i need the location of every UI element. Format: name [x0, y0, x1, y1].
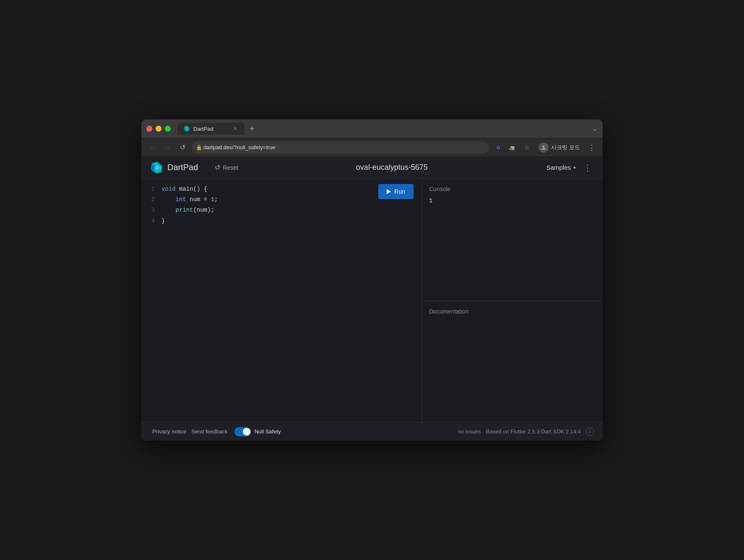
line-number-1: 1 [148, 184, 155, 194]
privacy-notice-link[interactable]: Privacy notice [150, 427, 189, 436]
code-line-2: 2 int num = 1; [148, 194, 415, 205]
dartpad-app-title: DartPad [167, 163, 198, 172]
play-icon [387, 189, 391, 194]
footer-right: no issues Based on Flutter 2.5.3 Dart SD… [458, 428, 594, 436]
dartpad-footer: Privacy notice Send feedback Null Safety… [141, 422, 603, 441]
back-button[interactable]: ← [146, 142, 158, 153]
right-pane: Console 1 Documentation [422, 179, 603, 422]
code-content-2: int num = 1; [161, 194, 218, 205]
samples-button[interactable]: Samples ▾ [541, 161, 581, 174]
title-bar: DartPad ✕ + ⌄ [141, 119, 603, 138]
code-content-4: } [161, 216, 165, 226]
header-more-button[interactable]: ⋮ [581, 161, 594, 174]
line-number-2: 2 [148, 194, 155, 205]
sdk-info-label: Based on Flutter 2.5.3 Dart SDK 2.14.4 [486, 428, 581, 435]
samples-label: Samples [546, 164, 571, 171]
incognito-avatar [538, 143, 549, 153]
dartpad-content: Run 1 void main() { 2 int num = 1; [141, 179, 603, 422]
incognito-button[interactable]: 시크릿 모드 [535, 141, 583, 154]
dartpad-app: DartPad ↺ Reset oval-eucalyptus-5675 Sam… [141, 156, 603, 441]
browser-window: DartPad ✕ + ⌄ ← → ↺ 🔒 G ☆ [141, 119, 603, 441]
run-button[interactable]: Run [378, 184, 414, 199]
dartpad-logo: DartPad [150, 161, 198, 174]
bookmark-icon[interactable]: ☆ [521, 142, 533, 153]
reset-icon: ↺ [215, 163, 220, 171]
reset-label: Reset [223, 164, 238, 171]
lock-icon: 🔒 [196, 145, 202, 150]
address-wrapper: 🔒 [192, 141, 489, 154]
incognito-label: 시크릿 모드 [551, 144, 580, 151]
null-safety-label: Null Safety [255, 428, 281, 435]
line-number-4: 4 [148, 216, 155, 226]
code-content-3: print(num); [161, 205, 214, 215]
tab-title: DartPad [193, 126, 229, 132]
tab-close-button[interactable]: ✕ [232, 125, 239, 132]
null-safety-toggle[interactable]: Null Safety [234, 427, 281, 436]
tab-bar: DartPad ✕ + [177, 123, 589, 135]
translate-icon[interactable]: G [492, 142, 504, 153]
forward-button[interactable]: → [161, 142, 173, 153]
reset-button[interactable]: ↺ Reset [211, 162, 242, 173]
toolbar-icons: G ☆ 시크릿 모드 ⋮ [492, 141, 598, 154]
reload-button[interactable]: ↺ [177, 142, 188, 153]
close-button[interactable] [146, 126, 152, 132]
new-tab-button[interactable]: + [246, 123, 258, 135]
code-line-1: 1 void main() { [148, 184, 415, 194]
address-bar: ← → ↺ 🔒 G ☆ 시크릿 모드 ⋮ [141, 138, 603, 156]
line-number-3: 3 [148, 205, 155, 215]
traffic-lights [146, 126, 171, 132]
no-issues-label: no issues [458, 428, 481, 435]
console-pane: Console 1 [422, 179, 603, 301]
documentation-pane: Documentation [422, 301, 603, 423]
samples-chevron-icon: ▾ [573, 165, 576, 171]
project-name: oval-eucalyptus-5675 [242, 163, 541, 172]
dart-favicon-icon [183, 125, 190, 132]
dart-logo-icon [150, 161, 163, 174]
address-input[interactable] [192, 141, 489, 154]
code-line-3: 3 print(num); [148, 205, 415, 215]
run-label: Run [394, 188, 405, 195]
dartpad-header: DartPad ↺ Reset oval-eucalyptus-5675 Sam… [141, 156, 603, 179]
console-label: Console [429, 186, 596, 192]
run-btn-container: Run [378, 184, 414, 199]
code-line-4: 4 } [148, 216, 415, 226]
cast-icon[interactable] [507, 142, 518, 153]
console-output: 1 [429, 197, 596, 204]
code-content-1: void main() { [161, 184, 207, 194]
tab-chevron-icon[interactable]: ⌄ [593, 125, 598, 132]
maximize-button[interactable] [165, 126, 171, 132]
minimize-button[interactable] [156, 126, 161, 132]
info-icon[interactable]: i [586, 428, 594, 436]
toggle-thumb [243, 428, 250, 436]
send-feedback-link[interactable]: Send feedback [189, 427, 230, 436]
active-tab[interactable]: DartPad ✕ [177, 123, 245, 135]
documentation-label: Documentation [429, 308, 468, 315]
null-safety-switch[interactable] [234, 427, 251, 436]
editor-pane: Run 1 void main() { 2 int num = 1; [141, 179, 422, 422]
browser-more-button[interactable]: ⋮ [586, 142, 598, 153]
